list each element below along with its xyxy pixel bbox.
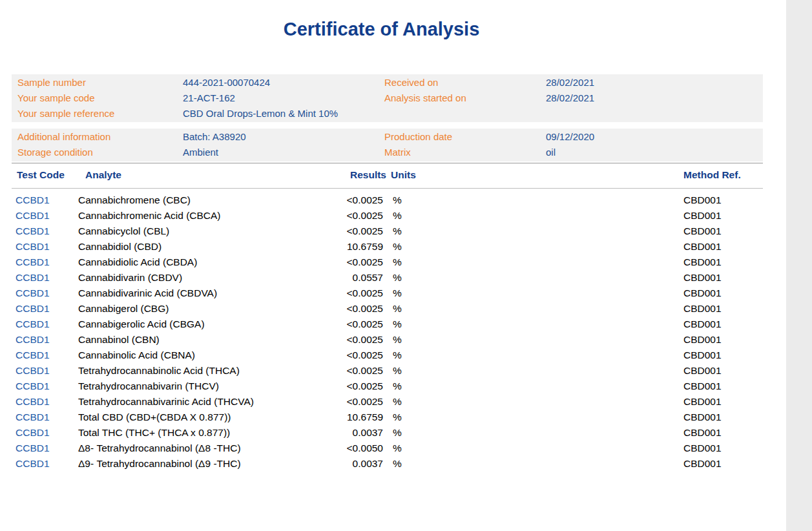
result-cell: <0.0025 [330,332,383,348]
test-code-cell: CCBD1 [16,317,50,332]
table-row: CCBD1 Cannabidiol (CBD) 10.6759 % CBD001 [0,239,786,255]
units-cell: % [393,410,402,425]
test-code-cell: CCBD1 [16,348,50,363]
header-method-ref: Method Ref. [683,167,741,183]
test-code-cell: CCBD1 [16,379,50,394]
analyte-cell: Tetrahydrocannabinolic Acid (THCA) [78,363,240,379]
table-row: CCBD1 Cannabigerolic Acid (CBGA) <0.0025… [0,317,786,332]
table-row: CCBD1 Tetrahydrocannabivarinic Acid (THC… [0,394,786,410]
result-cell: <0.0050 [330,441,383,456]
sample-code-label: Your sample code [17,90,183,106]
method-ref-cell: CBD001 [683,348,722,363]
storage-condition-value: Ambient [183,145,384,160]
units-cell: % [393,208,402,224]
page-title: Certificate of Analysis [0,19,763,40]
sample-info-row: Your sample reference CBD Oral Drops-Lem… [17,106,763,121]
method-ref-cell: CBD001 [683,224,722,239]
analyte-cell: Cannabidiolic Acid (CBDA) [78,255,197,270]
method-ref-cell: CBD001 [683,379,722,394]
test-code-cell: CCBD1 [16,224,50,239]
analyte-cell: Total CBD (CBD+(CBDA X 0.877)) [78,410,231,425]
table-row: CCBD1 Cannabinolic Acid (CBNA) <0.0025 %… [0,348,786,363]
received-on-value: 28/02/2021 [546,75,763,90]
test-code-cell: CCBD1 [16,239,50,255]
storage-condition-label: Storage condition [17,145,183,160]
result-cell: <0.0025 [330,193,383,208]
method-ref-cell: CBD001 [683,286,722,301]
analyte-cell: Cannabinolic Acid (CBNA) [78,348,195,363]
test-code-cell: CCBD1 [16,394,50,410]
method-ref-cell: CBD001 [683,332,722,348]
result-cell: <0.0025 [330,301,383,317]
units-cell: % [393,425,402,441]
result-cell: <0.0025 [330,224,383,239]
analysis-started-label: Analysis started on [384,90,546,106]
result-cell: 0.0037 [330,425,383,441]
table-header-divider [12,188,763,189]
sample-info-row: Sample number 444-2021-00070424 Received… [17,75,763,90]
units-cell: % [393,456,402,472]
sample-reference-value: CBD Oral Drops-Lemon & Mint 10% [183,106,384,121]
header-results: Results [323,167,386,183]
sample-info-row: Your sample code 21-ACT-162 Analysis sta… [17,90,763,106]
result-cell: 0.0557 [330,270,383,286]
result-cell: <0.0025 [330,286,383,301]
test-code-cell: CCBD1 [16,208,50,224]
method-ref-cell: CBD001 [683,239,722,255]
production-date-value: 09/12/2020 [546,129,763,145]
table-row: CCBD1 Cannabigerol (CBG) <0.0025 % CBD00… [0,301,786,317]
analyte-cell: Total THC (THC+ (THCA x 0.877)) [78,425,230,441]
sample-info-section: Sample number 444-2021-00070424 Received… [12,74,763,122]
sample-number-value: 444-2021-00070424 [183,75,384,90]
units-cell: % [393,193,402,208]
method-ref-cell: CBD001 [683,270,722,286]
units-cell: % [393,332,402,348]
analyte-cell: Δ8- Tetrahydrocannabinol (Δ8 -THC) [78,441,241,456]
units-cell: % [393,255,402,270]
analyte-cell: Cannabigerolic Acid (CBGA) [78,317,205,332]
result-cell: 10.6759 [330,239,383,255]
analyte-cell: Cannabigerol (CBG) [78,301,169,317]
units-cell: % [393,394,402,410]
matrix-label: Matrix [384,145,546,160]
units-cell: % [393,301,402,317]
table-row: CCBD1 Cannabidivarinic Acid (CBDVA) <0.0… [0,286,786,301]
method-ref-cell: CBD001 [683,441,722,456]
analyte-cell: Cannabichromene (CBC) [78,193,191,208]
test-code-cell: CCBD1 [16,332,50,348]
document-page: Certificate of Analysis Sample number 44… [0,0,786,531]
result-cell: <0.0025 [330,363,383,379]
result-cell: <0.0025 [330,379,383,394]
received-on-label: Received on [384,75,546,90]
method-ref-cell: CBD001 [683,317,722,332]
analyte-cell: Cannabicyclol (CBL) [78,224,169,239]
units-cell: % [393,224,402,239]
table-row: CCBD1 Cannabidivarin (CBDV) 0.0557 % CBD… [0,270,786,286]
additional-info-row: Storage condition Ambient Matrix oil [17,145,763,160]
test-code-cell: CCBD1 [16,425,50,441]
header-units: Units [391,167,416,183]
method-ref-cell: CBD001 [683,255,722,270]
test-code-cell: CCBD1 [16,286,50,301]
test-code-cell: CCBD1 [16,363,50,379]
units-cell: % [393,441,402,456]
analyte-cell: Tetrahydrocannabivarinic Acid (THCVA) [78,394,254,410]
production-date-label: Production date [384,129,546,145]
analyte-cell: Cannabidivarin (CBDV) [78,270,182,286]
units-cell: % [393,363,402,379]
table-row: CCBD1 Cannabidiolic Acid (CBDA) <0.0025 … [0,255,786,270]
test-code-cell: CCBD1 [16,301,50,317]
table-row: CCBD1 Cannabinol (CBN) <0.0025 % CBD001 [0,332,786,348]
table-row: CCBD1 Tetrahydrocannabinolic Acid (THCA)… [0,363,786,379]
results-table-header: Test Code Analyte Results Units Method R… [0,167,786,183]
analyte-cell: Cannabichromenic Acid (CBCA) [78,208,221,224]
result-cell: <0.0025 [330,348,383,363]
table-row: CCBD1 Δ8- Tetrahydrocannabinol (Δ8 -THC)… [0,441,786,456]
additional-info-row: Additional information Batch: A38920 Pro… [17,129,763,145]
method-ref-cell: CBD001 [683,193,722,208]
method-ref-cell: CBD001 [683,208,722,224]
test-code-cell: CCBD1 [16,456,50,472]
viewer-background-strip [786,0,812,531]
analyte-cell: Tetrahydrocannabivarin (THCV) [78,379,219,394]
test-code-cell: CCBD1 [16,193,50,208]
